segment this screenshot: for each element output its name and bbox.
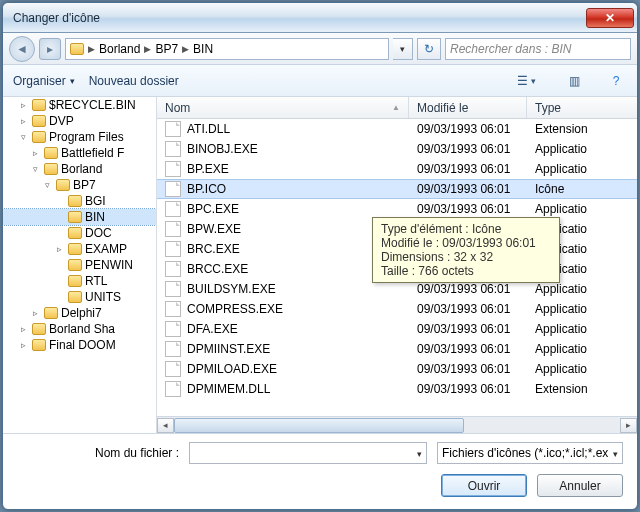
file-row[interactable]: DPMIMEM.DLL09/03/1993 06:01Extension (157, 379, 637, 399)
file-icon (165, 241, 181, 257)
tree-item[interactable]: ▹Battlefield F (3, 145, 156, 161)
open-file-dialog: Changer d'icône ✕ ◄ ▸ ▶ Borland ▶ BP7 ▶ … (2, 2, 638, 510)
file-row[interactable]: DFA.EXE09/03/1993 06:01Applicatio (157, 319, 637, 339)
folder-icon (68, 227, 82, 239)
file-row[interactable]: BP.EXE09/03/1993 06:01Applicatio (157, 159, 637, 179)
file-row[interactable]: DPMILOAD.EXE09/03/1993 06:01Applicatio (157, 359, 637, 379)
organize-menu[interactable]: Organiser▾ (13, 74, 75, 88)
chevron-right-icon: ▶ (182, 44, 189, 54)
folder-icon (32, 339, 46, 351)
titlebar[interactable]: Changer d'icône ✕ (3, 3, 637, 33)
folder-icon (68, 275, 82, 287)
dialog-footer: Nom du fichier : Fichiers d'icônes (*.ic… (3, 434, 637, 509)
folder-icon (68, 259, 82, 271)
file-icon (165, 201, 181, 217)
horizontal-scrollbar[interactable]: ◂ ▸ (157, 416, 637, 433)
tree-item[interactable]: ▹DVP (3, 113, 156, 129)
breadcrumb-dropdown[interactable] (393, 38, 413, 60)
tree-item[interactable]: BGI (3, 193, 156, 209)
folder-icon (32, 323, 46, 335)
folder-icon (68, 211, 82, 223)
tree-item[interactable]: ▿Borland (3, 161, 156, 177)
file-icon (165, 321, 181, 337)
scroll-left-button[interactable]: ◂ (157, 418, 174, 433)
column-headers[interactable]: Nom▲ Modifié le Type (157, 97, 637, 119)
search-input[interactable]: Rechercher dans : BIN (445, 38, 631, 60)
scroll-right-button[interactable]: ▸ (620, 418, 637, 433)
folder-icon (32, 131, 46, 143)
scroll-thumb[interactable] (174, 418, 464, 433)
nav-back-button[interactable]: ◄ (9, 36, 35, 62)
help-button[interactable]: ? (605, 70, 627, 92)
tree-item[interactable]: PENWIN (3, 257, 156, 273)
search-placeholder: Rechercher dans : BIN (450, 42, 571, 56)
dialog-body: ▹$RECYCLE.BIN▹DVP▿Program Files▹Battlefi… (3, 97, 637, 434)
folder-icon (68, 291, 82, 303)
tree-item[interactable]: DOC (3, 225, 156, 241)
nav-row: ◄ ▸ ▶ Borland ▶ BP7 ▶ BIN ↻ Rechercher d… (3, 33, 637, 65)
folder-icon (32, 99, 46, 111)
nav-forward-button[interactable]: ▸ (39, 38, 61, 60)
tree-item[interactable]: ▹Delphi7 (3, 305, 156, 321)
file-row[interactable]: DPMIINST.EXE09/03/1993 06:01Applicatio (157, 339, 637, 359)
folder-icon (56, 179, 70, 191)
crumb-2[interactable]: BIN (191, 42, 215, 56)
cancel-button[interactable]: Annuler (537, 474, 623, 497)
filetype-combo[interactable]: Fichiers d'icônes (*.ico;*.icl;*.ex (437, 442, 623, 464)
col-modified: Modifié le (409, 97, 527, 118)
folder-icon (68, 195, 82, 207)
folder-icon (32, 115, 46, 127)
tree-item[interactable]: RTL (3, 273, 156, 289)
file-icon (165, 381, 181, 397)
window-close-button[interactable]: ✕ (586, 8, 634, 28)
file-icon (165, 141, 181, 157)
crumb-1[interactable]: BP7 (153, 42, 180, 56)
preview-pane-button[interactable]: ▥ (557, 70, 591, 92)
refresh-button[interactable]: ↻ (417, 38, 441, 60)
filename-label: Nom du fichier : (17, 446, 179, 460)
file-row[interactable]: BINOBJ.EXE09/03/1993 06:01Applicatio (157, 139, 637, 159)
file-row[interactable]: BP.ICO09/03/1993 06:01Icône (157, 179, 637, 199)
file-icon (165, 281, 181, 297)
folder-icon (70, 43, 84, 55)
filename-input[interactable] (189, 442, 427, 464)
open-button[interactable]: Ouvrir (441, 474, 527, 497)
folder-tree[interactable]: ▹$RECYCLE.BIN▹DVP▿Program Files▹Battlefi… (3, 97, 157, 433)
file-icon (165, 341, 181, 357)
view-mode-button[interactable]: ☰ ▾ (509, 70, 543, 92)
tree-item[interactable]: ▿Program Files (3, 129, 156, 145)
folder-icon (44, 147, 58, 159)
tree-item[interactable]: BIN (3, 209, 156, 225)
file-list-panel: Nom▲ Modifié le Type ATI.DLL09/03/1993 0… (157, 97, 637, 433)
file-icon (165, 361, 181, 377)
chevron-right-icon: ▶ (144, 44, 151, 54)
tree-item[interactable]: ▹Final DOOM (3, 337, 156, 353)
tree-item[interactable]: UNITS (3, 289, 156, 305)
file-icon (165, 261, 181, 277)
folder-icon (44, 307, 58, 319)
file-tooltip: Type d'élément : Icône Modifié le : 09/0… (372, 217, 560, 283)
tree-item[interactable]: ▹EXAMP (3, 241, 156, 257)
col-type: Type (527, 97, 637, 118)
file-icon (165, 301, 181, 317)
window-title: Changer d'icône (13, 11, 585, 25)
chevron-right-icon: ▶ (88, 44, 95, 54)
new-folder-button[interactable]: Nouveau dossier (89, 74, 179, 88)
crumb-0[interactable]: Borland (97, 42, 142, 56)
tree-item[interactable]: ▹Borland Sha (3, 321, 156, 337)
tree-item[interactable]: ▿BP7 (3, 177, 156, 193)
col-name: Nom▲ (157, 97, 409, 118)
file-row[interactable]: BPC.EXE09/03/1993 06:01Applicatio (157, 199, 637, 219)
file-icon (165, 181, 181, 197)
toolbar: Organiser▾ Nouveau dossier ☰ ▾ ▥ ? (3, 65, 637, 97)
tree-item[interactable]: ▹$RECYCLE.BIN (3, 97, 156, 113)
folder-icon (44, 163, 58, 175)
file-icon (165, 221, 181, 237)
breadcrumb[interactable]: ▶ Borland ▶ BP7 ▶ BIN (65, 38, 389, 60)
file-row[interactable]: ATI.DLL09/03/1993 06:01Extension (157, 119, 637, 139)
file-row[interactable]: COMPRESS.EXE09/03/1993 06:01Applicatio (157, 299, 637, 319)
file-icon (165, 161, 181, 177)
file-icon (165, 121, 181, 137)
folder-icon (68, 243, 82, 255)
